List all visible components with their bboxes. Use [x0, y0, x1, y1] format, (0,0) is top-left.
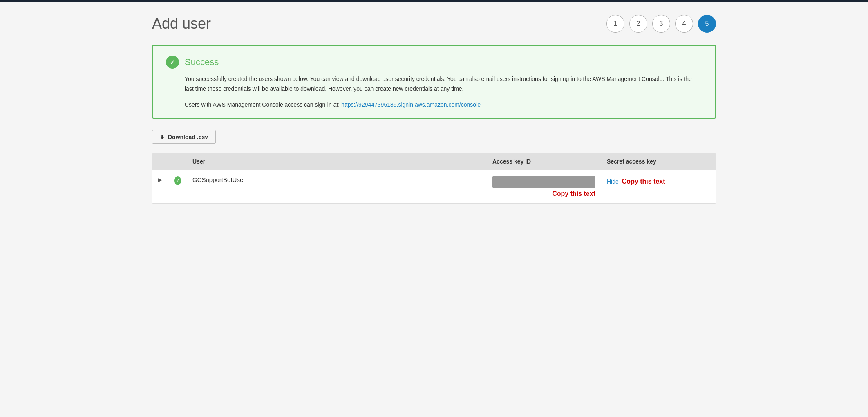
success-title: Success — [185, 57, 219, 67]
download-icon: ⬇ — [160, 134, 165, 140]
steps-container: 1 2 3 4 5 — [606, 15, 716, 33]
table-header: User Access key ID Secret access key — [152, 153, 716, 170]
copy-access-key-button[interactable]: Copy this text — [492, 190, 595, 197]
sign-in-url[interactable]: https://929447396189.signin.aws.amazon.c… — [341, 101, 481, 108]
users-table: User Access key ID Secret access key ▶ ✓… — [152, 153, 716, 204]
success-link-row: Users with AWS Management Console access… — [166, 101, 702, 108]
hide-secret-key-button[interactable]: Hide — [607, 178, 619, 185]
success-icon: ✓ — [166, 56, 179, 69]
copy-secret-key-button[interactable]: Copy this text — [622, 178, 665, 185]
secret-key-content: Hide Copy this text — [607, 176, 710, 185]
th-secret-access-key: Secret access key — [601, 153, 716, 170]
step-1[interactable]: 1 — [606, 15, 624, 33]
step-2[interactable]: 2 — [629, 15, 647, 33]
access-key-id-cell: Copy this text — [487, 170, 601, 203]
download-csv-button[interactable]: ⬇ Download .csv — [152, 130, 216, 144]
th-user: User — [187, 153, 487, 170]
status-cell: ✓ — [169, 170, 187, 191]
th-expand — [152, 153, 169, 170]
header-row: Add user 1 2 3 4 5 — [152, 15, 716, 33]
step-5[interactable]: 5 — [698, 15, 716, 33]
success-body: You successfully created the users shown… — [166, 74, 702, 94]
step-4[interactable]: 4 — [675, 15, 693, 33]
access-key-id-blurred — [492, 176, 595, 188]
page-container: Add user 1 2 3 4 5 ✓ Success You success… — [128, 2, 740, 216]
th-access-key-id: Access key ID — [487, 153, 601, 170]
th-status — [169, 153, 187, 170]
step-3[interactable]: 3 — [652, 15, 670, 33]
success-header: ✓ Success — [166, 56, 702, 69]
sign-in-label: Users with AWS Management Console access… — [185, 101, 340, 108]
expand-cell[interactable]: ▶ — [152, 170, 169, 188]
secret-access-key-cell: Hide Copy this text — [601, 170, 716, 191]
table-row: ▶ ✓ GCSupportBotUser Copy this text Hide… — [152, 170, 716, 204]
download-label: Download .csv — [168, 134, 208, 140]
page-title: Add user — [152, 15, 211, 32]
username-cell: GCSupportBotUser — [187, 170, 487, 189]
secret-key-actions: Hide Copy this text — [607, 178, 710, 185]
success-box: ✓ Success You successfully created the u… — [152, 45, 716, 119]
row-check-icon: ✓ — [174, 176, 181, 185]
expand-arrow-icon[interactable]: ▶ — [158, 176, 163, 183]
access-key-id-content: Copy this text — [492, 176, 595, 197]
